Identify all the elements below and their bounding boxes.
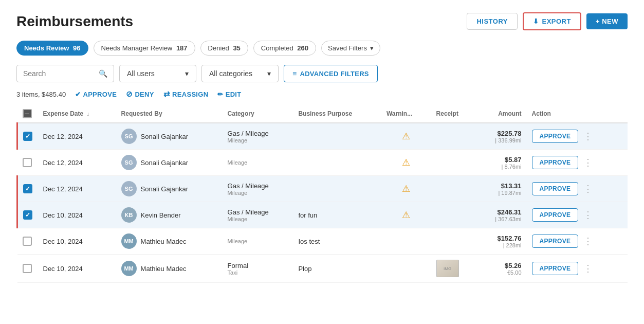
avatar: SG [121, 181, 137, 196]
avatar: MM [121, 261, 137, 276]
tab-saved-filters[interactable]: Saved Filters ▾ [321, 41, 380, 56]
filters-row: 🔍 All users ▾ All categories ▾ ≡ ADVANCE… [16, 65, 628, 82]
avatar: SG [121, 155, 137, 170]
person-name: Sonali Gajankar [141, 185, 189, 193]
users-dropdown[interactable]: All users ▾ [119, 65, 196, 82]
category-sub: Mileage [228, 190, 288, 196]
categories-dropdown[interactable]: All categories ▾ [201, 65, 279, 82]
requested-by-cell: SGSonali Gajankar [116, 123, 223, 150]
deny-bulk-button[interactable]: ⊘ DENY [126, 89, 154, 99]
amount-sub: | 367.63mi [482, 216, 522, 222]
bulk-actions-bar: 3 items, $485.40 ✔ APPROVE ⊘ DENY ⇄ REAS… [16, 89, 628, 99]
deny-icon: ⊘ [126, 89, 133, 99]
amount-cell: $246.31| 367.63mi [476, 202, 527, 228]
requested-by-cell: MMMathieu Madec [116, 255, 223, 283]
export-button[interactable]: ⬇ EXPORT [523, 12, 581, 30]
more-options-icon[interactable]: ⋮ [581, 131, 595, 142]
business-purpose-cell [293, 123, 381, 150]
reassign-icon: ⇄ [163, 89, 170, 99]
more-options-icon[interactable]: ⋮ [581, 236, 595, 247]
reassign-bulk-button[interactable]: ⇄ REASSIGN [163, 89, 209, 99]
more-options-icon[interactable]: ⋮ [581, 209, 595, 221]
row-checkbox[interactable] [23, 158, 32, 167]
table-row: Dec 12, 2024SGSonali GajankarGas / Milea… [17, 176, 628, 202]
advanced-filters-button[interactable]: ≡ ADVANCED FILTERS [284, 65, 378, 82]
warning-cell [381, 255, 431, 283]
tab-needs-review[interactable]: Needs Review 96 [16, 41, 88, 56]
action-cell: APPROVE⋮ [527, 255, 628, 283]
amount-main: $5.87 [482, 156, 522, 164]
approve-button[interactable]: APPROVE [532, 262, 579, 275]
category-main: Gas / Mileage [228, 208, 288, 216]
reimbursements-table: Expense Date ↓ Requested By Category Bus… [16, 105, 628, 283]
col-category: Category [223, 105, 293, 123]
amount-cell: $5.26€5.00 [476, 255, 527, 283]
table-row: Dec 10, 2024MMMathieu MadecMileageIos te… [17, 228, 628, 255]
sort-icon: ↓ [87, 111, 90, 117]
search-input[interactable] [23, 69, 95, 78]
receipt-cell [431, 176, 476, 202]
action-cell: APPROVE⋮ [527, 123, 628, 150]
tab-needs-manager-review[interactable]: Needs Manager Review 187 [94, 41, 195, 56]
amount-sub: | 19.87mi [482, 190, 522, 196]
edit-bulk-button[interactable]: ✏ EDIT [217, 91, 241, 98]
warning-cell: ⚠ [381, 202, 431, 228]
row-checkbox[interactable] [23, 264, 32, 273]
approve-button[interactable]: APPROVE [532, 130, 579, 143]
person-name: Sonali Gajankar [141, 159, 189, 167]
amount-sub: | 336.99mi [482, 137, 522, 143]
col-action: Action [527, 105, 628, 123]
receipt-thumbnail[interactable]: IMG [436, 260, 459, 277]
row-checkbox[interactable] [23, 184, 32, 193]
category-main: Gas / Mileage [228, 182, 288, 190]
category-cell: Mileage [223, 228, 293, 255]
row-checkbox[interactable] [23, 237, 32, 246]
amount-cell: $225.78| 336.99mi [476, 123, 527, 150]
tab-denied[interactable]: Denied 35 [200, 41, 248, 56]
category-cell: Gas / MileageMileage [223, 202, 293, 228]
more-options-icon[interactable]: ⋮ [581, 183, 595, 194]
amount-main: $246.31 [482, 208, 522, 216]
amount-main: $5.26 [482, 262, 522, 269]
category-sub: Mileage [228, 137, 288, 143]
edit-icon: ✏ [217, 91, 223, 98]
approve-button[interactable]: APPROVE [532, 235, 579, 248]
category-main: Gas / Mileage [228, 130, 288, 137]
more-options-icon[interactable]: ⋮ [581, 263, 595, 274]
approve-button[interactable]: APPROVE [532, 182, 579, 195]
saved-filters-chevron-icon: ▾ [370, 44, 374, 52]
approve-bulk-button[interactable]: ✔ APPROVE [75, 91, 117, 98]
receipt-cell: IMG [431, 255, 476, 283]
row-checkbox[interactable] [23, 210, 32, 220]
tab-completed[interactable]: Completed 260 [253, 41, 316, 56]
category-cell: Mileage [223, 150, 293, 176]
category-sub: Mileage [228, 238, 288, 244]
avatar: MM [121, 233, 137, 249]
amount-main: $152.76 [482, 235, 522, 242]
avatar: SG [121, 129, 137, 144]
filter-icon: ≡ [292, 69, 297, 78]
more-options-icon[interactable]: ⋮ [581, 157, 595, 168]
amount-sub: €5.00 [482, 269, 522, 276]
table-header: Expense Date ↓ Requested By Category Bus… [17, 105, 628, 123]
new-button[interactable]: + NEW [586, 13, 628, 29]
history-button[interactable]: HISTORY [467, 13, 518, 30]
expense-date-cell: Dec 10, 2024 [38, 202, 116, 228]
amount-main: $225.78 [482, 130, 522, 137]
receipt-cell [431, 150, 476, 176]
requested-by-cell: SGSonali Gajankar [116, 150, 223, 176]
row-checkbox[interactable] [23, 132, 32, 141]
approve-button[interactable]: APPROVE [532, 208, 579, 222]
table-body: Dec 12, 2024SGSonali GajankarGas / Milea… [17, 123, 628, 283]
categories-chevron-icon: ▾ [267, 69, 271, 78]
col-expense-date[interactable]: Expense Date ↓ [38, 105, 116, 123]
search-box: 🔍 [16, 65, 114, 82]
person-name: Kevin Bender [141, 211, 181, 219]
warning-cell [381, 228, 431, 255]
requested-by-cell: KBKevin Bender [116, 202, 223, 228]
select-all-checkbox[interactable] [23, 109, 32, 118]
approve-button[interactable]: APPROVE [532, 156, 579, 169]
col-checkbox [17, 105, 38, 123]
table-row: Dec 12, 2024SGSonali GajankarMileage⚠$5.… [17, 150, 628, 176]
amount-sub: | 228mi [482, 242, 522, 248]
